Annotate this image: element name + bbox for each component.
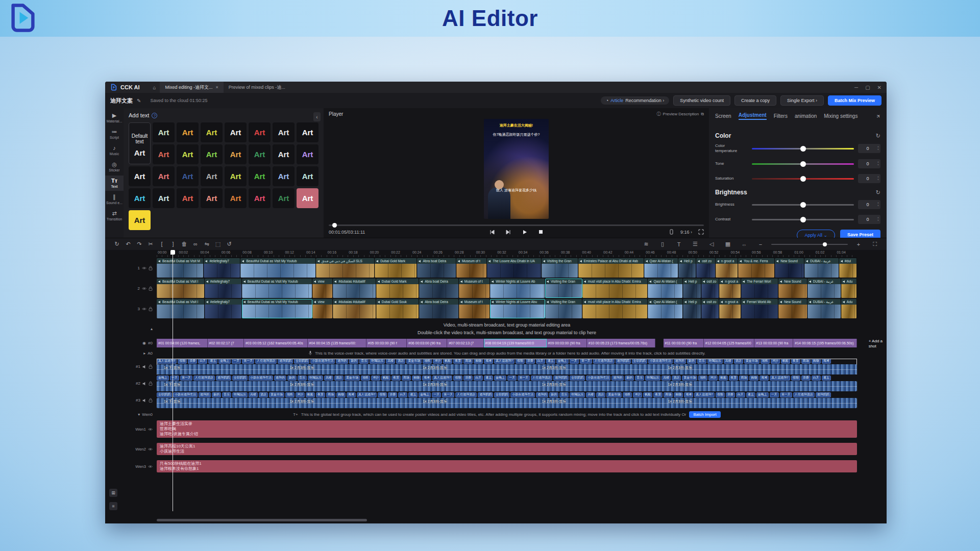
audio-group-label[interactable]: ▸A0 xyxy=(105,348,157,358)
subtitle-chip[interactable]: 週五 xyxy=(208,359,217,364)
subtitle-chip[interactable]: 白天 xyxy=(736,392,745,397)
subtitle-chip[interactable]: 音乐 xyxy=(635,375,644,381)
subtitle-chip[interactable]: 商场 xyxy=(402,375,411,381)
shot-segment-4[interactable]: #04 00:04:15 (135 frames/00: xyxy=(308,339,366,347)
mirror-icon[interactable]: ⇋ xyxy=(201,241,212,247)
text-style-tile-5[interactable]: Art xyxy=(249,144,271,164)
text-track-bar[interactable]: 迪拜高端10天公寓1小孩迪拜生活 xyxy=(157,443,857,455)
lock-icon[interactable] xyxy=(149,286,153,291)
subtitle-chip[interactable]: 冲沙 xyxy=(771,359,780,364)
slider-value-box[interactable]: 0˄˅ xyxy=(858,159,880,168)
text-style-tile-2[interactable]: Art xyxy=(177,144,199,164)
batch-mix-preview-button[interactable]: Batch Mix Preview xyxy=(828,95,881,106)
subtitle-chip[interactable]: 白天 xyxy=(398,392,407,397)
slider-value-box[interactable]: 0˄˅ xyxy=(858,200,880,209)
subtitle-chip[interactable]: 迪拜妈妈 xyxy=(553,375,569,381)
subtitle-chip[interactable]: 迪拜的 xyxy=(336,359,348,364)
video-clip[interactable]: DUBAI - عربية xyxy=(807,279,841,298)
slider-track[interactable] xyxy=(752,219,854,220)
fit-icon[interactable]: ⛶ xyxy=(869,241,880,247)
video-clip[interactable]: #dubaias #dubailif xyxy=(333,299,376,318)
text-style-tile-18[interactable]: Art xyxy=(201,166,223,186)
layers-icon[interactable]: ≋ xyxy=(641,241,652,247)
subtitle-chip[interactable]: 海滩 xyxy=(684,392,693,397)
zoom-in-icon[interactable]: + xyxy=(853,241,864,247)
stop-icon[interactable] xyxy=(538,230,543,234)
previous-frame-icon[interactable] xyxy=(489,230,495,235)
video-clip[interactable]: #dubaias #dubailif xyxy=(333,279,376,298)
subtitle-chip[interactable]: 酒店 xyxy=(734,359,743,364)
zoom-slider-knob[interactable] xyxy=(823,242,827,246)
subtitle-chip[interactable]: 週五 xyxy=(408,392,418,397)
video-clip[interactable]: Heli p xyxy=(678,258,696,278)
rail-item-transition[interactable]: ⇄Transition xyxy=(105,208,124,223)
subtitle-chip[interactable]: 迪拜的 xyxy=(674,359,686,364)
subtitle-chip[interactable]: 地铁 xyxy=(761,359,770,364)
subtitle-chip[interactable]: 全职妈妈 xyxy=(632,359,647,364)
video-clip[interactable]: Beautiful Dubai as Visit My Youtub xyxy=(240,258,315,278)
pin-icon[interactable]: ✈ xyxy=(875,113,882,120)
subtitle-chip[interactable]: 酒店 xyxy=(396,359,405,364)
stepper-icons[interactable]: ˄˅ xyxy=(877,176,880,181)
text-style-tile-11[interactable]: Art xyxy=(225,122,247,142)
text-style-tile-8[interactable]: Art xyxy=(153,122,175,142)
eye-icon[interactable] xyxy=(148,447,153,452)
subtitle-chip[interactable]: 购物 xyxy=(749,375,758,381)
adjust-tab-mixing-settings[interactable]: Mixing settings xyxy=(824,113,857,119)
adjust-tab-filters[interactable]: Filters xyxy=(774,113,788,119)
subtitle-chip[interactable]: 购物 xyxy=(336,392,346,397)
subtitle-chip[interactable]: 酒店 xyxy=(596,392,605,397)
text-style-tile-21[interactable]: Art xyxy=(273,166,295,186)
subtitle-chip[interactable]: 人住迪拜酒店 xyxy=(531,375,552,381)
subtitle-chip[interactable]: 高楼 xyxy=(249,392,258,397)
subtitle-chip[interactable]: 黄金市场 xyxy=(269,392,284,397)
subtitle-chip[interactable]: 真人说迪拜7 xyxy=(770,375,790,381)
video-clip[interactable]: osit zo xyxy=(701,299,720,318)
subtitle-chip[interactable]: 地铁 xyxy=(698,375,707,381)
shot-segment-5[interactable]: #05 00:03:00 (90 f xyxy=(366,339,407,347)
eye-icon[interactable] xyxy=(148,464,153,469)
create-copy-button[interactable]: Create a copy xyxy=(734,95,776,106)
subtitle-chip[interactable]: 迪拜妈妈 xyxy=(616,359,631,364)
shot-segment-2[interactable]: #02 00:02:17 (7 xyxy=(208,339,244,347)
video-clip[interactable]: Qasr Al-Watan ( xyxy=(648,279,682,298)
subtitle-chip[interactable]: 第一天 xyxy=(580,359,592,364)
slider-value-box[interactable]: 0˄˅ xyxy=(858,144,880,153)
subtitle-chip[interactable]: 高楼 xyxy=(662,375,671,381)
tab-2[interactable]: Preview of mixed clips -迪... xyxy=(224,82,290,93)
subtitle-chip[interactable]: 夜景 xyxy=(391,375,401,381)
subtitle-chip[interactable]: 假期 xyxy=(378,392,387,397)
text-style-tile-20[interactable]: Art xyxy=(249,166,271,186)
subtitle-chip[interactable]: 第一天 xyxy=(180,375,192,381)
adjust-tab-screen[interactable]: Screen xyxy=(715,113,731,119)
subtitle-chip[interactable]: 假期 xyxy=(516,359,525,364)
ratio-select[interactable]: 9:16 › xyxy=(680,230,692,235)
slider-knob[interactable] xyxy=(800,161,806,167)
text-tool-icon[interactable]: T xyxy=(673,241,684,247)
video-group-caret[interactable]: ▴ xyxy=(105,319,157,338)
subtitle-chip[interactable]: 海滩 xyxy=(484,359,493,364)
video-clip[interactable]: Beautiful Dubai as Visit My Youtub xyxy=(242,299,312,318)
shot-segment-14[interactable]: #14 00:06:15 (195 frames/00:06.50s) xyxy=(793,339,857,347)
subtitle-chip[interactable]: 真人说迪拜7 xyxy=(357,392,377,397)
video-clip[interactable]: must visit place in Abu Dhabi: Emira xyxy=(582,299,648,318)
subtitle-chip[interactable]: 黄金市场 xyxy=(345,375,360,381)
subtitle-chip[interactable]: 吃喝玩乐 xyxy=(232,392,248,397)
subtitle-chip[interactable]: 金晚上 xyxy=(218,359,231,364)
video-preview[interactable]: 迪拜土豪生活大揭秘! 住7晚酒店跟吃饭只需这个价? 散人 游遍迪拜要花多少钱 xyxy=(484,119,549,219)
text-style-tile-24[interactable]: Art xyxy=(153,188,175,208)
text-style-tile-13[interactable]: Art xyxy=(273,122,295,142)
subtitle-chip[interactable]: 音乐 xyxy=(222,392,231,397)
subtitle-chip[interactable]: 迪拜妈妈 xyxy=(816,392,831,397)
preview-description-toggle[interactable]: ⓘ Preview Description ⧉ xyxy=(657,111,704,117)
subtitle-chip[interactable]: 一天 xyxy=(570,359,579,364)
text-style-tile-1[interactable]: Art xyxy=(153,144,175,164)
video-clip[interactable]: Museum of t xyxy=(459,299,490,318)
subtitle-chip[interactable]: 冲沙 xyxy=(296,392,305,397)
playhead-handle[interactable] xyxy=(170,250,175,255)
text-style-tile-25[interactable]: Art xyxy=(177,188,199,208)
subtitle-chip[interactable]: 白天 xyxy=(536,359,545,364)
subtitle-chip[interactable]: 金晚上 xyxy=(419,392,431,397)
split-icon[interactable]: ✂ xyxy=(145,241,156,247)
subtitle-chip[interactable]: 冲沙 xyxy=(371,375,380,381)
